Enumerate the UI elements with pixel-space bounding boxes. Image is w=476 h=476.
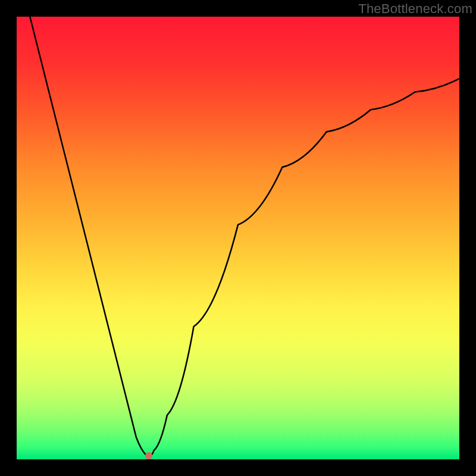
chart-frame: TheBottleneck.com [0, 0, 476, 476]
bottleneck-curve [17, 17, 459, 459]
plot-area [17, 17, 459, 459]
watermark-text: TheBottleneck.com [358, 1, 472, 17]
minimum-marker [145, 452, 152, 459]
